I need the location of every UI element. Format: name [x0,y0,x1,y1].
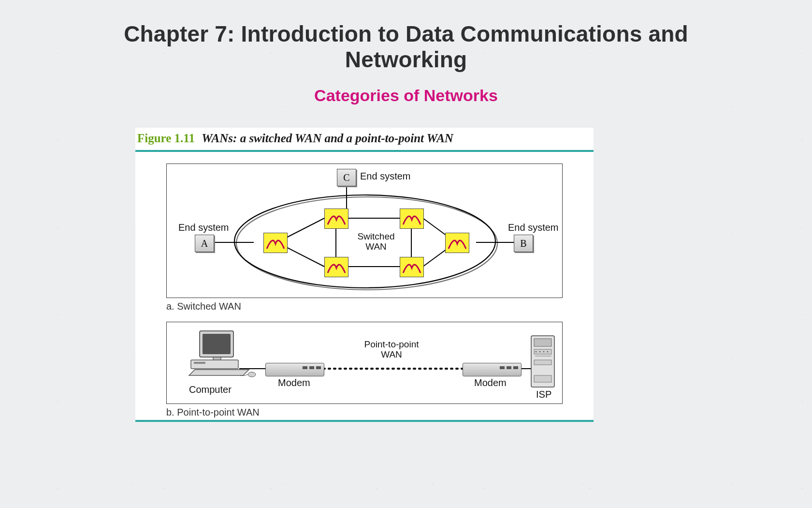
switched-wan-line2: WAN [365,241,387,252]
figure-number: Figure 1.11 [137,132,195,145]
ptp-line2: WAN [381,349,402,359]
svg-point-30 [547,351,549,353]
figure-panel-b: Point-to-point WAN Computer Modem Modem … [166,322,563,404]
svg-rect-20 [194,362,205,364]
svg-rect-24 [534,349,551,354]
end-system-a-letter: A [201,238,208,249]
figure-panel-a: C End system End system A End system B [166,164,563,298]
panel-b-caption: b. Point-to-point WAN [166,407,594,418]
switched-wan-line1: Switched [357,231,394,241]
header-rule [135,150,594,152]
end-system-b: B [514,235,533,252]
svg-rect-19 [191,360,238,369]
panel-a-caption: a. Switched WAN [166,301,594,312]
svg-rect-22 [531,336,554,387]
svg-point-27 [536,351,537,353]
svg-point-21 [248,372,256,377]
modem-right-label: Modem [474,377,507,388]
modem-right [463,363,522,376]
switch-left [263,233,288,253]
ptp-link-label: Point-to-point WAN [355,340,428,360]
svg-rect-31 [534,375,551,382]
end-system-b-label: End system [508,222,558,233]
svg-rect-25 [534,360,551,365]
footer-rule [135,420,594,422]
end-system-a: A [195,235,214,252]
svg-point-29 [543,351,545,353]
figure-caption: WANs: a switched WAN and a point-to-poin… [202,132,453,145]
end-system-b-letter: B [520,238,526,249]
computer-label: Computer [189,384,232,395]
switch-tl [324,209,348,229]
figure-block: Figure 1.11 WANs: a switched WAN and a p… [135,128,594,422]
end-system-c-label: End system [360,171,410,182]
svg-rect-17 [203,334,231,354]
modem-left [265,363,324,376]
title-line2: Networking [345,47,467,72]
end-system-a-label: End system [178,222,229,233]
slide-title: Chapter 7: Introduction to Data Communic… [0,0,812,73]
svg-rect-16 [200,331,233,357]
slide-subtitle: Categories of Networks [0,86,812,105]
switch-bl [324,257,348,277]
isp-label: ISP [536,389,551,400]
end-system-c: C [337,169,356,186]
switch-tr [400,209,424,229]
svg-rect-23 [534,339,551,346]
svg-point-28 [539,351,541,353]
end-system-c-letter: C [343,172,349,183]
svg-rect-18 [213,357,221,361]
title-line1: Chapter 7: Introduction to Data Communic… [124,21,688,46]
ptp-line1: Point-to-point [364,339,419,349]
modem-left-label: Modem [278,377,310,388]
switch-right [445,233,469,253]
switched-wan-label: Switched WAN [354,232,398,252]
slide: Chapter 7: Introduction to Data Communic… [0,0,812,508]
switch-br [400,257,424,277]
figure-header: Figure 1.11 WANs: a switched WAN and a p… [135,128,594,150]
